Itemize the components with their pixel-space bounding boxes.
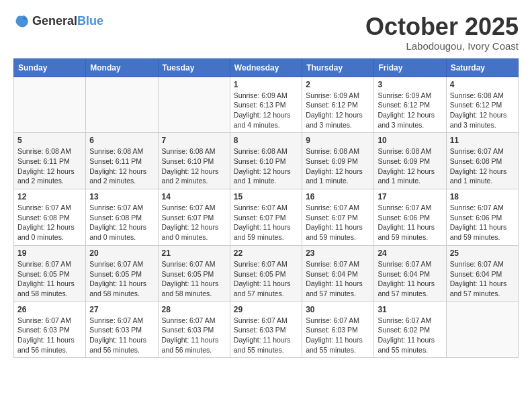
day-info: Sunrise: 6:07 AMSunset: 6:05 PMDaylight:…	[89, 259, 154, 299]
calendar-week-4: 19Sunrise: 6:07 AMSunset: 6:05 PMDayligh…	[14, 245, 519, 302]
logo-blue: Blue	[77, 14, 103, 28]
day-info: Sunrise: 6:07 AMSunset: 6:07 PMDaylight:…	[306, 203, 370, 242]
calendar-cell: 20Sunrise: 6:07 AMSunset: 6:05 PMDayligh…	[86, 245, 158, 302]
calendar-cell	[446, 302, 518, 358]
calendar-week-3: 12Sunrise: 6:07 AMSunset: 6:08 PMDayligh…	[14, 189, 519, 246]
month-title: October 2025	[365, 13, 519, 40]
day-info: Sunrise: 6:07 AMSunset: 6:03 PMDaylight:…	[234, 316, 298, 355]
day-info: Sunrise: 6:07 AMSunset: 6:07 PMDaylight:…	[234, 203, 298, 242]
day-info: Sunrise: 6:08 AMSunset: 6:11 PMDaylight:…	[89, 146, 154, 186]
day-number: 30	[306, 305, 370, 314]
day-info: Sunrise: 6:07 AMSunset: 6:05 PMDaylight:…	[162, 259, 226, 299]
day-number: 31	[378, 305, 442, 314]
calendar-week-5: 26Sunrise: 6:07 AMSunset: 6:03 PMDayligh…	[14, 302, 519, 358]
calendar-cell: 27Sunrise: 6:07 AMSunset: 6:03 PMDayligh…	[86, 302, 158, 358]
day-number: 21	[162, 248, 226, 258]
calendar-cell: 28Sunrise: 6:07 AMSunset: 6:03 PMDayligh…	[158, 302, 230, 358]
day-number: 5	[17, 136, 82, 145]
logo: GeneralBlue	[13, 13, 103, 30]
day-info: Sunrise: 6:07 AMSunset: 6:08 PMDaylight:…	[89, 203, 154, 242]
day-number: 4	[450, 80, 515, 89]
day-info: Sunrise: 6:07 AMSunset: 6:02 PMDaylight:…	[378, 316, 442, 355]
calendar-cell: 11Sunrise: 6:07 AMSunset: 6:08 PMDayligh…	[446, 133, 518, 189]
calendar-cell: 12Sunrise: 6:07 AMSunset: 6:08 PMDayligh…	[14, 189, 86, 246]
calendar-cell	[158, 77, 230, 133]
day-info: Sunrise: 6:07 AMSunset: 6:06 PMDaylight:…	[378, 203, 442, 242]
day-info: Sunrise: 6:09 AMSunset: 6:13 PMDaylight:…	[234, 91, 298, 130]
day-info: Sunrise: 6:07 AMSunset: 6:04 PMDaylight:…	[306, 259, 370, 299]
calendar-cell: 5Sunrise: 6:08 AMSunset: 6:11 PMDaylight…	[14, 133, 86, 189]
calendar-cell	[14, 77, 86, 133]
day-number: 28	[162, 305, 226, 314]
day-number: 24	[378, 248, 442, 258]
calendar-cell: 2Sunrise: 6:09 AMSunset: 6:12 PMDaylight…	[302, 77, 374, 133]
day-number: 20	[89, 248, 154, 258]
day-info: Sunrise: 6:09 AMSunset: 6:12 PMDaylight:…	[306, 91, 370, 130]
logo-icon	[13, 13, 30, 30]
calendar-cell: 6Sunrise: 6:08 AMSunset: 6:11 PMDaylight…	[86, 133, 158, 189]
calendar-cell: 16Sunrise: 6:07 AMSunset: 6:07 PMDayligh…	[302, 189, 374, 246]
day-number: 29	[234, 305, 298, 314]
calendar-cell: 7Sunrise: 6:08 AMSunset: 6:10 PMDaylight…	[158, 133, 230, 189]
weekday-header-monday: Monday	[86, 58, 158, 77]
day-info: Sunrise: 6:08 AMSunset: 6:09 PMDaylight:…	[306, 146, 370, 186]
weekday-header-tuesday: Tuesday	[158, 58, 230, 77]
calendar-cell: 21Sunrise: 6:07 AMSunset: 6:05 PMDayligh…	[158, 245, 230, 302]
calendar-cell: 29Sunrise: 6:07 AMSunset: 6:03 PMDayligh…	[230, 302, 302, 358]
calendar-cell: 19Sunrise: 6:07 AMSunset: 6:05 PMDayligh…	[14, 245, 86, 302]
day-info: Sunrise: 6:07 AMSunset: 6:03 PMDaylight:…	[162, 316, 226, 355]
day-number: 2	[306, 80, 370, 89]
page-header: GeneralBlue October 2025 Labodougou, Ivo…	[13, 13, 519, 52]
day-number: 25	[450, 248, 515, 258]
calendar-cell: 24Sunrise: 6:07 AMSunset: 6:04 PMDayligh…	[374, 245, 446, 302]
day-number: 6	[89, 136, 154, 145]
day-number: 11	[450, 136, 515, 145]
day-info: Sunrise: 6:08 AMSunset: 6:12 PMDaylight:…	[450, 91, 515, 130]
calendar-cell: 17Sunrise: 6:07 AMSunset: 6:06 PMDayligh…	[374, 189, 446, 246]
calendar-cell: 25Sunrise: 6:07 AMSunset: 6:04 PMDayligh…	[446, 245, 518, 302]
weekday-header-wednesday: Wednesday	[230, 58, 302, 77]
day-info: Sunrise: 6:07 AMSunset: 6:06 PMDaylight:…	[450, 203, 515, 242]
calendar-cell: 10Sunrise: 6:08 AMSunset: 6:09 PMDayligh…	[374, 133, 446, 189]
day-number: 9	[306, 136, 370, 145]
calendar-cell: 15Sunrise: 6:07 AMSunset: 6:07 PMDayligh…	[230, 189, 302, 246]
day-info: Sunrise: 6:07 AMSunset: 6:03 PMDaylight:…	[89, 316, 154, 355]
day-info: Sunrise: 6:07 AMSunset: 6:05 PMDaylight:…	[234, 259, 298, 299]
calendar-cell: 9Sunrise: 6:08 AMSunset: 6:09 PMDaylight…	[302, 133, 374, 189]
day-number: 7	[162, 136, 226, 145]
calendar-cell: 31Sunrise: 6:07 AMSunset: 6:02 PMDayligh…	[374, 302, 446, 358]
calendar-cell: 13Sunrise: 6:07 AMSunset: 6:08 PMDayligh…	[86, 189, 158, 246]
day-number: 15	[234, 192, 298, 201]
weekday-header-sunday: Sunday	[14, 58, 86, 77]
weekday-header-thursday: Thursday	[302, 58, 374, 77]
calendar-cell: 23Sunrise: 6:07 AMSunset: 6:04 PMDayligh…	[302, 245, 374, 302]
calendar-cell: 1Sunrise: 6:09 AMSunset: 6:13 PMDaylight…	[230, 77, 302, 133]
day-info: Sunrise: 6:08 AMSunset: 6:10 PMDaylight:…	[162, 146, 226, 186]
logo-text: GeneralBlue	[32, 15, 103, 28]
day-number: 3	[378, 80, 442, 89]
day-info: Sunrise: 6:08 AMSunset: 6:11 PMDaylight:…	[17, 146, 82, 186]
weekday-header-row: SundayMondayTuesdayWednesdayThursdayFrid…	[14, 58, 519, 77]
calendar-cell: 14Sunrise: 6:07 AMSunset: 6:07 PMDayligh…	[158, 189, 230, 246]
calendar-week-2: 5Sunrise: 6:08 AMSunset: 6:11 PMDaylight…	[14, 133, 519, 189]
day-info: Sunrise: 6:08 AMSunset: 6:09 PMDaylight:…	[378, 146, 442, 186]
day-info: Sunrise: 6:07 AMSunset: 6:03 PMDaylight:…	[17, 316, 82, 355]
day-number: 10	[378, 136, 442, 145]
day-info: Sunrise: 6:07 AMSunset: 6:07 PMDaylight:…	[162, 203, 226, 242]
calendar-table: SundayMondayTuesdayWednesdayThursdayFrid…	[13, 58, 519, 359]
weekday-header-saturday: Saturday	[446, 58, 518, 77]
day-number: 16	[306, 192, 370, 201]
day-number: 12	[17, 192, 82, 201]
calendar-cell: 26Sunrise: 6:07 AMSunset: 6:03 PMDayligh…	[14, 302, 86, 358]
calendar-week-1: 1Sunrise: 6:09 AMSunset: 6:13 PMDaylight…	[14, 77, 519, 133]
calendar-cell: 22Sunrise: 6:07 AMSunset: 6:05 PMDayligh…	[230, 245, 302, 302]
day-info: Sunrise: 6:07 AMSunset: 6:05 PMDaylight:…	[17, 259, 82, 299]
day-number: 23	[306, 248, 370, 258]
location-subtitle: Labodougou, Ivory Coast	[365, 40, 519, 52]
day-info: Sunrise: 6:08 AMSunset: 6:10 PMDaylight:…	[234, 146, 298, 186]
logo-general: General	[32, 14, 77, 28]
day-number: 19	[17, 248, 82, 258]
calendar-cell: 3Sunrise: 6:09 AMSunset: 6:12 PMDaylight…	[374, 77, 446, 133]
calendar-cell	[86, 77, 158, 133]
day-number: 22	[234, 248, 298, 258]
